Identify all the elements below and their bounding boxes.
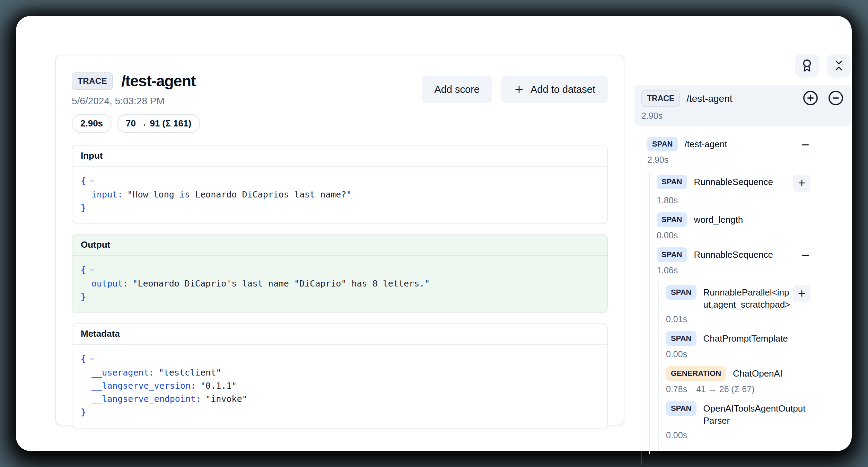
- tree-node-duration: 0.00s: [657, 230, 678, 240]
- span-type-badge: SPAN: [666, 401, 696, 416]
- tree-node: SPAN OpenAIToolsAgentOutputParser 0.00s: [666, 401, 810, 440]
- expand-node-button[interactable]: [793, 285, 810, 302]
- plus-icon: [514, 84, 525, 95]
- collapse-all-button[interactable]: [828, 90, 844, 107]
- span-type-badge: SPAN: [657, 212, 687, 227]
- tree-node-tokens: 41 → 26 (Σ 67): [696, 384, 754, 394]
- page-title: /test-agent: [121, 72, 195, 90]
- observation-tree: SPAN /test-agent 2.90s SPAN RunnableSequ…: [634, 131, 810, 465]
- tree-node: SPAN RunnableSequence 1.80s: [657, 175, 810, 205]
- tree-node-duration: 1.80s: [657, 195, 678, 205]
- json-entry: __langserve_endpoint:"invoke": [81, 393, 599, 406]
- expand-node-button[interactable]: [793, 175, 810, 192]
- tree-root-duration: 2.90s: [641, 111, 844, 121]
- tree-node-row[interactable]: SPAN RunnableSequence: [657, 175, 810, 192]
- output-json: { output:"Leonardo DiCaprio's last name …: [72, 256, 607, 312]
- close-brace: }: [81, 292, 86, 302]
- tree-level-3: SPAN RunnableParallel<input,agent_scratc…: [658, 282, 810, 451]
- trace-type-badge: TRACE: [72, 72, 113, 90]
- tree-node-duration: 1.06s: [657, 265, 678, 275]
- trace-header: TRACE /test-agent 5/6/2024, 5:03:28 PM 2…: [72, 72, 608, 133]
- tree-level-1: SPAN /test-agent 2.90s SPAN RunnableSequ…: [641, 131, 810, 465]
- tree-node-row[interactable]: SPAN ChatPromptTemplate: [666, 331, 810, 346]
- tree-node: SPAN word_length 0.00s: [657, 212, 810, 240]
- expand-all-button[interactable]: [803, 90, 818, 107]
- trace-timestamp: 5/6/2024, 5:03:28 PM: [72, 96, 200, 107]
- output-section: Output { output:"Leonardo DiCaprio's las…: [72, 234, 608, 313]
- tree-node: GENERATION ChatOpenAI 0.78s 41 → 26 (Σ 6…: [666, 366, 810, 394]
- input-section-title: Input: [72, 146, 607, 167]
- span-type-badge: SPAN: [666, 285, 696, 300]
- tree-root-row[interactable]: TRACE /test-agent 2.90s: [634, 85, 851, 126]
- tree-node: SPAN RunnableSequence 1.06s: [657, 247, 810, 275]
- chevrons-down-up-icon: [832, 59, 845, 73]
- chevron-down-icon[interactable]: [88, 264, 95, 277]
- json-value: "Leonardo DiCaprio's last name "DiCaprio…: [132, 279, 430, 289]
- open-brace: {: [81, 176, 86, 186]
- tree-node-duration: 0.01s: [666, 314, 687, 324]
- json-entry: __langserve_version:"0.1.1": [81, 379, 599, 393]
- json-value: "invoke": [205, 394, 247, 404]
- generation-type-badge: GENERATION: [666, 366, 726, 381]
- tree-node: SPAN /test-agent 2.90s: [647, 137, 810, 165]
- collapse-node-button[interactable]: [800, 140, 810, 151]
- json-key: __useragent:: [91, 368, 154, 378]
- title-row: TRACE /test-agent: [72, 72, 200, 90]
- chevron-down-icon[interactable]: [88, 353, 95, 366]
- json-close-line: }: [81, 290, 599, 303]
- tree-node-row[interactable]: SPAN OpenAIToolsAgentOutputParser: [666, 401, 810, 427]
- tree-node-row[interactable]: SPAN RunnableParallel<input,agent_scratc…: [666, 285, 810, 311]
- json-open-line: {: [81, 263, 599, 277]
- span-type-badge: SPAN: [657, 247, 687, 262]
- json-entry: input:"How long is Leonardo DiCaprios la…: [81, 188, 599, 201]
- json-value: "testclient": [159, 368, 221, 378]
- trace-header-left: TRACE /test-agent 5/6/2024, 5:03:28 PM 2…: [72, 72, 200, 133]
- tree-node-name: word_length: [694, 212, 743, 226]
- add-score-button[interactable]: Add score: [422, 76, 492, 103]
- tree-node-row[interactable]: SPAN RunnableSequence: [657, 247, 810, 262]
- plus-icon: [797, 289, 807, 299]
- trace-stats: 2.90s 70 → 91 (Σ 161): [72, 114, 200, 133]
- chevron-down-icon[interactable]: [88, 175, 95, 188]
- tree-node-name: RunnableSequence: [694, 247, 773, 261]
- minus-icon: [800, 256, 810, 262]
- tree-node-name: ChatOpenAI: [733, 366, 782, 380]
- tree-node: SPAN ChatPromptTemplate 0.00s: [666, 331, 810, 359]
- award-icon: [800, 59, 814, 73]
- observation-tree-panel: TRACE /test-agent 2.90s SPAN /test-ag: [634, 54, 851, 465]
- trace-detail-card: TRACE /test-agent 5/6/2024, 5:03:28 PM 2…: [55, 55, 624, 425]
- io-sections: Input { input:"How long is Leonardo DiCa…: [72, 145, 608, 429]
- json-entry: output:"Leonardo DiCaprio's last name "D…: [81, 277, 599, 290]
- close-brace: }: [81, 407, 86, 417]
- add-to-dataset-button[interactable]: Add to dataset: [501, 76, 608, 103]
- tree-node-duration: 2.90s: [647, 155, 668, 165]
- tree-node-row[interactable]: SPAN /test-agent: [647, 137, 810, 151]
- input-section: Input { input:"How long is Leonardo DiCa…: [72, 145, 608, 224]
- collapse-panel-button[interactable]: [827, 54, 851, 78]
- tree-node-name: OpenAIToolsAgentOutputParser: [703, 401, 811, 427]
- page-background: TRACE /test-agent 5/6/2024, 5:03:28 PM 2…: [0, 0, 868, 467]
- json-open-line: {: [81, 174, 599, 188]
- open-brace: {: [81, 265, 86, 275]
- tree-node-duration: 0.78s: [666, 384, 687, 394]
- tree-node-duration: 0.00s: [666, 430, 687, 440]
- tree-level-2: SPAN RunnableSequence 1.80s SPAN word_le…: [649, 172, 810, 454]
- tree-node-name: RunnableParallel<input,agent_scratchpad>: [703, 285, 794, 311]
- tree-node-duration: 0.00s: [666, 349, 687, 359]
- plus-icon: [797, 178, 807, 189]
- span-type-badge: SPAN: [657, 175, 687, 189]
- metadata-section-title: Metadata: [72, 324, 607, 345]
- json-key: input:: [91, 190, 123, 200]
- add-to-dataset-label: Add to dataset: [531, 84, 595, 95]
- plus-circle-icon: [803, 102, 818, 107]
- span-type-badge: SPAN: [666, 331, 696, 346]
- tree-node-row[interactable]: GENERATION ChatOpenAI: [666, 366, 810, 381]
- token-usage-badge: 70 → 91 (Σ 161): [117, 114, 200, 133]
- tree-toolbar: [634, 54, 851, 78]
- tree-node: SPAN RunnableParallel<input,agent_scratc…: [666, 285, 810, 324]
- metadata-json: { __useragent:"testclient" __langserve_v…: [72, 345, 607, 428]
- annotate-button[interactable]: [795, 54, 819, 78]
- tree-node-row[interactable]: SPAN word_length: [657, 212, 810, 227]
- minus-icon: [800, 146, 810, 151]
- collapse-node-button[interactable]: [800, 250, 810, 262]
